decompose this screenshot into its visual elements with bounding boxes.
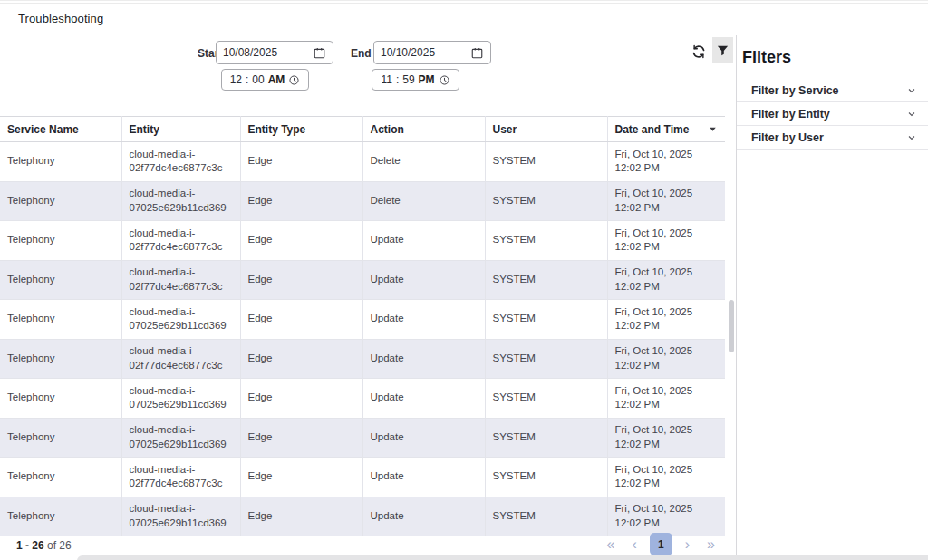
- end-time-input[interactable]: 11 : 59 PM: [372, 69, 459, 91]
- cell-date-time: Fri, Oct 10, 2025 12:02 PM: [607, 379, 725, 419]
- cell-action: Update: [362, 339, 485, 379]
- cell-service-name: Telephony: [0, 300, 121, 340]
- calendar-icon[interactable]: [313, 46, 326, 60]
- cell-action: Update: [362, 300, 485, 340]
- cell-action: Update: [362, 221, 485, 261]
- sort-desc-icon[interactable]: [708, 124, 718, 134]
- table-body: Telephony cloud-media-i-02f77dc4ec6877c3…: [0, 142, 725, 536]
- table-row[interactable]: Telephony cloud-media-i-07025e629b11cd36…: [0, 379, 725, 419]
- col-action[interactable]: Action: [362, 117, 485, 142]
- cell-service-name: Telephony: [0, 458, 121, 497]
- cell-entity: cloud-media-i-07025e629b11cd369: [121, 181, 240, 221]
- calendar-icon[interactable]: [470, 46, 484, 60]
- cell-entity: cloud-media-i-07025e629b11cd369: [121, 497, 240, 536]
- cell-user: SYSTEM: [485, 260, 607, 300]
- vertical-scrollbar[interactable]: [729, 300, 734, 352]
- cell-entity-type: Edge: [240, 221, 362, 261]
- filter-by-user-accordion[interactable]: Filter by User: [737, 126, 928, 150]
- table-row[interactable]: Telephony cloud-media-i-07025e629b11cd36…: [0, 418, 725, 458]
- cell-date-time: Fri, Oct 10, 2025 12:02 PM: [607, 497, 725, 536]
- cell-user: SYSTEM: [485, 418, 607, 458]
- cell-date-time: Fri, Oct 10, 2025 12:02 PM: [607, 339, 725, 379]
- cell-action: Update: [362, 418, 485, 458]
- cell-date-time: Fri, Oct 10, 2025 12:02 PM: [607, 260, 725, 300]
- table-row[interactable]: Telephony cloud-media-i-07025e629b11cd36…: [0, 181, 725, 221]
- cell-user: SYSTEM: [485, 458, 607, 497]
- cell-user: SYSTEM: [485, 142, 607, 182]
- cell-user: SYSTEM: [485, 300, 607, 340]
- cell-date-time: Fri, Oct 10, 2025 12:02 PM: [607, 142, 725, 182]
- cell-entity-type: Edge: [240, 260, 362, 300]
- cell-entity-type: Edge: [240, 142, 362, 182]
- cell-user: SYSTEM: [485, 221, 607, 261]
- col-user[interactable]: User: [485, 117, 607, 142]
- cell-date-time: Fri, Oct 10, 2025 12:02 PM: [607, 221, 725, 261]
- start-date-field[interactable]: [223, 46, 309, 59]
- table-row[interactable]: Telephony cloud-media-i-02f77dc4ec6877c3…: [0, 221, 725, 261]
- filter-toggle-button[interactable]: [712, 37, 733, 63]
- table-row[interactable]: Telephony cloud-media-i-07025e629b11cd36…: [0, 300, 725, 340]
- cell-entity: cloud-media-i-07025e629b11cd369: [121, 300, 240, 340]
- tab-bar: Troubleshooting: [0, 3, 928, 34]
- col-date-time[interactable]: Date and Time: [607, 117, 725, 142]
- next-page-button[interactable]: ›: [681, 536, 694, 554]
- cell-entity: cloud-media-i-07025e629b11cd369: [121, 418, 240, 458]
- clock-icon[interactable]: [288, 74, 300, 86]
- cell-service-name: Telephony: [0, 379, 121, 419]
- tab-troubleshooting[interactable]: Troubleshooting: [18, 12, 103, 25]
- start-minute[interactable]: 00: [252, 73, 264, 86]
- cell-action: Update: [362, 497, 485, 536]
- end-date-input[interactable]: [373, 41, 491, 64]
- first-page-button[interactable]: «: [603, 536, 620, 554]
- filter-by-entity-accordion[interactable]: Filter by Entity: [737, 102, 928, 126]
- end-label: End: [351, 47, 372, 60]
- cell-entity-type: Edge: [240, 339, 362, 379]
- table-row[interactable]: Telephony cloud-media-i-02f77dc4ec6877c3…: [0, 260, 725, 300]
- table-row[interactable]: Telephony cloud-media-i-02f77dc4ec6877c3…: [0, 458, 725, 497]
- cell-action: Update: [362, 379, 485, 419]
- end-date-field[interactable]: [381, 46, 467, 59]
- cell-date-time: Fri, Oct 10, 2025 12:02 PM: [607, 418, 725, 458]
- cell-service-name: Telephony: [0, 181, 121, 221]
- filter-by-service-accordion[interactable]: Filter by Service: [737, 79, 928, 102]
- start-time-input[interactable]: 12 : 00 AM: [221, 69, 309, 91]
- cell-service-name: Telephony: [0, 339, 121, 379]
- chevron-down-icon: [906, 85, 917, 96]
- col-entity-type[interactable]: Entity Type: [240, 117, 362, 142]
- last-page-button[interactable]: »: [702, 536, 720, 554]
- clock-icon[interactable]: [439, 74, 450, 86]
- cell-entity: cloud-media-i-02f77dc4ec6877c3c: [121, 260, 240, 300]
- cell-user: SYSTEM: [485, 497, 607, 536]
- start-meridiem[interactable]: AM: [268, 73, 285, 86]
- troubleshooting-page: Troubleshooting Start 12 : 00 AM End: [0, 0, 928, 560]
- col-service-name[interactable]: Service Name: [0, 117, 121, 142]
- end-minute[interactable]: 59: [402, 73, 414, 86]
- chevron-down-icon: [906, 132, 917, 143]
- current-page-button[interactable]: 1: [650, 533, 672, 555]
- end-hour[interactable]: 11: [381, 73, 392, 86]
- cell-service-name: Telephony: [0, 142, 121, 182]
- result-count: 1 - 26 of 26: [16, 539, 72, 552]
- cell-entity-type: Edge: [240, 418, 362, 458]
- table-header: Service Name Entity Entity Type Action U…: [0, 117, 725, 142]
- cell-date-time: Fri, Oct 10, 2025 12:02 PM: [607, 181, 725, 221]
- cell-action: Delete: [362, 142, 485, 182]
- table-row[interactable]: Telephony cloud-media-i-02f77dc4ec6877c3…: [0, 339, 725, 379]
- pagination: « ‹ 1 › »: [603, 533, 720, 555]
- table-row[interactable]: Telephony cloud-media-i-02f77dc4ec6877c3…: [0, 142, 725, 182]
- start-date-input[interactable]: [216, 41, 334, 64]
- start-hour[interactable]: 12: [230, 73, 242, 86]
- col-entity[interactable]: Entity: [121, 117, 240, 142]
- cell-service-name: Telephony: [0, 260, 121, 300]
- refresh-button[interactable]: [689, 42, 709, 62]
- funnel-icon: [716, 43, 730, 57]
- end-meridiem[interactable]: PM: [419, 73, 435, 86]
- cell-entity: cloud-media-i-02f77dc4ec6877c3c: [121, 339, 240, 379]
- previous-page-button[interactable]: ‹: [627, 536, 641, 554]
- table-row[interactable]: Telephony cloud-media-i-07025e629b11cd36…: [0, 497, 725, 536]
- cell-action: Update: [362, 458, 485, 497]
- filters-panel: Filters Filter by Service Filter by Enti…: [736, 35, 928, 560]
- cell-entity: cloud-media-i-02f77dc4ec6877c3c: [121, 221, 240, 261]
- cell-service-name: Telephony: [0, 418, 121, 458]
- cell-action: Delete: [362, 181, 485, 221]
